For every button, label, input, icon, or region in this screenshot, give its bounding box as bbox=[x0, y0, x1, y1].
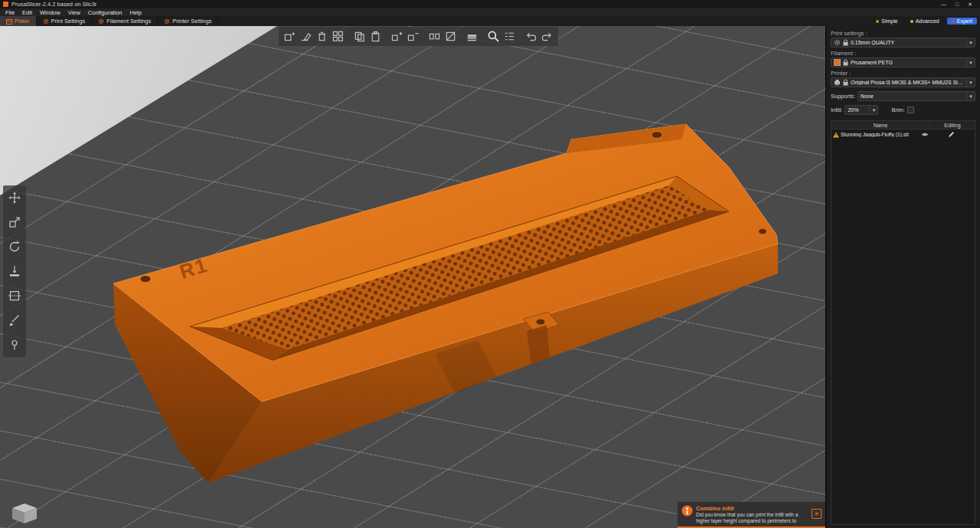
legend-icon bbox=[504, 31, 515, 42]
infill-value: 20% bbox=[848, 107, 867, 113]
delete-all-button[interactable] bbox=[315, 29, 329, 44]
search-icon bbox=[487, 30, 500, 43]
menu-edit[interactable]: Edit bbox=[18, 9, 36, 16]
window-title: PrusaSlicer-2.4.2 based on Slic3r bbox=[11, 1, 96, 8]
tab-print-settings-label: Print Settings bbox=[51, 18, 86, 25]
notification-body: Did you know that you can print the infi… bbox=[696, 512, 822, 525]
infill-select[interactable]: 20% ▾ bbox=[844, 105, 878, 115]
tab-printer-settings[interactable]: Printer Settings bbox=[158, 16, 218, 26]
object-list-row[interactable]: Stunning Jaagub-Fluffy (1).stl bbox=[831, 130, 975, 139]
advanced-mode-dot-icon bbox=[910, 20, 913, 23]
eye-icon[interactable] bbox=[921, 132, 929, 137]
notification-title: Combine infill bbox=[696, 505, 822, 512]
paint-supports-button[interactable] bbox=[5, 311, 24, 330]
brim-checkbox[interactable] bbox=[907, 107, 914, 113]
menu-file[interactable]: File bbox=[2, 9, 18, 16]
copy-button[interactable] bbox=[352, 29, 367, 44]
infill-label: Infill: bbox=[831, 107, 842, 113]
variable-layer-height-button[interactable] bbox=[465, 29, 479, 44]
profile-gear-icon bbox=[834, 39, 841, 46]
tab-filament-settings-label: Filament Settings bbox=[106, 18, 151, 25]
printer-value: Original Prusa i3 MK3S & MK3S+ MMU2S Sin… bbox=[851, 80, 964, 85]
legend-button[interactable] bbox=[502, 29, 517, 44]
add-instance-icon bbox=[391, 31, 403, 42]
remove-instance-button[interactable] bbox=[406, 29, 420, 44]
undo-icon bbox=[525, 31, 537, 42]
print-settings-value: 0.15mm QUALITY bbox=[851, 40, 964, 45]
minimize-button[interactable]: — bbox=[941, 2, 946, 8]
prusa-hint-icon bbox=[681, 505, 693, 517]
model-3d[interactable]: R1 bbox=[113, 124, 778, 483]
copy-icon bbox=[354, 31, 365, 42]
view-cube[interactable] bbox=[6, 502, 41, 525]
dropdown-arrow-icon: ▾ bbox=[966, 78, 975, 87]
redo-button[interactable] bbox=[540, 29, 554, 44]
paste-button[interactable] bbox=[368, 29, 383, 44]
filament-color-swatch bbox=[834, 59, 841, 66]
add-object-icon bbox=[284, 31, 296, 42]
dropdown-arrow-icon: ▾ bbox=[966, 38, 975, 47]
place-on-face-button[interactable] bbox=[5, 262, 24, 280]
3d-viewport[interactable]: R1 bbox=[0, 26, 825, 528]
scale-button[interactable] bbox=[5, 213, 24, 231]
tab-plater[interactable]: Plater bbox=[0, 16, 37, 26]
supports-select[interactable]: None ▾ bbox=[858, 91, 975, 101]
screw-hole bbox=[652, 132, 662, 139]
mode-expert[interactable]: Expert bbox=[947, 18, 977, 25]
add-object-button[interactable] bbox=[283, 29, 297, 44]
filament-select[interactable]: Prusament PETG ▾ bbox=[831, 57, 975, 67]
rotate-button[interactable] bbox=[5, 238, 24, 256]
object-list-header: Name Editing bbox=[831, 121, 975, 130]
gear-icon bbox=[164, 18, 170, 25]
gear-icon bbox=[43, 18, 49, 25]
screw-hole bbox=[537, 320, 545, 325]
mode-switcher: Simple Advanced Expert bbox=[871, 16, 980, 26]
arrange-button[interactable] bbox=[331, 29, 345, 44]
tab-print-settings[interactable]: Print Settings bbox=[37, 16, 93, 26]
search-button[interactable] bbox=[486, 29, 501, 44]
split-to-objects-button[interactable] bbox=[427, 29, 442, 44]
printer-select[interactable]: Original Prusa i3 MK3S & MK3S+ MMU2S Sin… bbox=[831, 77, 975, 87]
tab-filament-settings[interactable]: Filament Settings bbox=[92, 16, 158, 26]
paint-brush-icon bbox=[8, 313, 21, 327]
remove-instance-icon bbox=[407, 31, 419, 42]
mode-simple[interactable]: Simple bbox=[871, 18, 902, 25]
dropdown-arrow-icon: ▾ bbox=[869, 106, 877, 114]
edit-icon[interactable] bbox=[948, 131, 955, 138]
menu-configuration[interactable]: Configuration bbox=[84, 9, 126, 16]
settings-sidebar: Print settings : 0.15mm QUALITY ▾ Filame… bbox=[825, 26, 980, 528]
delete-button[interactable] bbox=[299, 29, 313, 44]
menu-help[interactable]: Help bbox=[126, 9, 145, 16]
notification-close-button[interactable]: ✕ bbox=[812, 509, 822, 519]
redo-icon bbox=[541, 31, 553, 42]
undo-button[interactable] bbox=[524, 29, 538, 44]
add-instance-button[interactable] bbox=[390, 29, 404, 44]
menu-view[interactable]: View bbox=[64, 9, 84, 16]
mode-advanced[interactable]: Advanced bbox=[906, 18, 944, 25]
print-settings-select[interactable]: 0.15mm QUALITY ▾ bbox=[831, 38, 975, 48]
view-cube-icon bbox=[6, 502, 41, 525]
close-button[interactable]: ✕ bbox=[968, 2, 972, 8]
object-name: Stunning Jaagub-Fluffy (1).stl bbox=[841, 132, 920, 137]
object-list: Name Editing Stunning Jaagub-Fluffy (1).… bbox=[831, 120, 975, 525]
supports-value: None bbox=[861, 93, 964, 99]
tab-printer-settings-label: Printer Settings bbox=[172, 18, 211, 25]
rotate-icon bbox=[8, 240, 21, 254]
split-to-parts-button[interactable] bbox=[443, 29, 458, 44]
menu-window[interactable]: Window bbox=[36, 9, 64, 16]
brim-label: Brim: bbox=[891, 107, 905, 113]
scene-canvas[interactable]: R1 bbox=[0, 26, 825, 528]
printer-icon bbox=[834, 79, 841, 86]
mode-simple-label: Simple bbox=[881, 18, 897, 24]
tab-plater-label: Plater bbox=[15, 18, 30, 25]
dropdown-arrow-icon: ▾ bbox=[966, 58, 975, 67]
move-button[interactable] bbox=[5, 189, 24, 207]
lock-icon bbox=[843, 59, 848, 66]
maximize-button[interactable]: □ bbox=[956, 2, 959, 8]
cut-button[interactable] bbox=[5, 287, 24, 305]
seam-icon bbox=[8, 338, 21, 352]
seam-button[interactable] bbox=[5, 336, 24, 354]
column-editing: Editing bbox=[930, 123, 975, 128]
filament-label: Filament : bbox=[831, 50, 975, 57]
plater-toolbar bbox=[279, 27, 558, 46]
